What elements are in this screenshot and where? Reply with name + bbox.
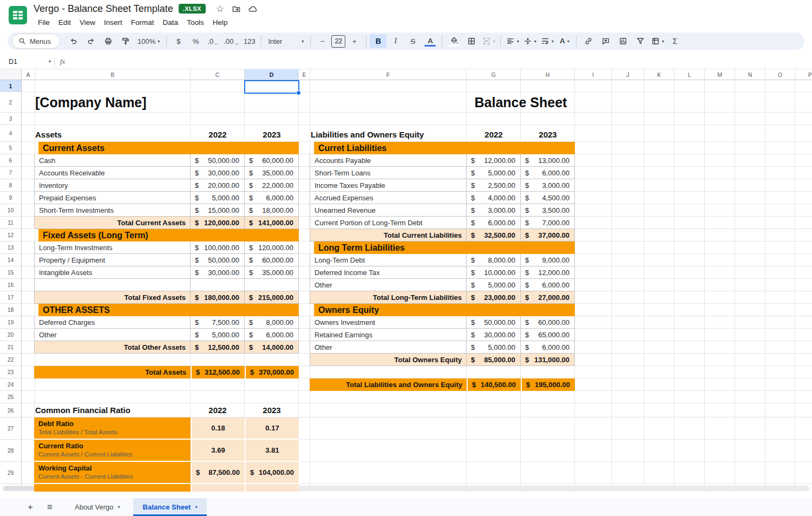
value-cell-2022[interactable]: $180,000.00 bbox=[191, 291, 245, 304]
ratio-value-cell[interactable] bbox=[191, 484, 245, 492]
item-label-cell[interactable]: Other bbox=[34, 329, 191, 341]
ratio-value-cell[interactable]: $87,500.00 bbox=[191, 462, 245, 483]
item-label-cell[interactable]: Retained Earnings bbox=[310, 329, 467, 341]
redo-button[interactable] bbox=[82, 34, 99, 48]
col-header-N[interactable]: N bbox=[735, 69, 765, 80]
add-sheet-button[interactable]: + bbox=[23, 500, 38, 515]
value-cell-2023[interactable]: $12,000.00 bbox=[521, 266, 575, 279]
row-header-29[interactable]: 29 bbox=[0, 462, 22, 484]
value-cell-2022[interactable]: $30,000.00 bbox=[191, 266, 245, 279]
tab-about-vergo[interactable]: About Vergo ▾ bbox=[65, 498, 130, 516]
row-header-15[interactable]: 15 bbox=[0, 266, 22, 279]
spreadsheet-grid[interactable]: [Company Name]Balance SheetAssets2022202… bbox=[22, 80, 812, 492]
item-label-cell[interactable]: Inventory bbox=[34, 179, 191, 192]
col-header-F[interactable]: F bbox=[310, 69, 467, 80]
col-header-H[interactable]: H bbox=[521, 69, 575, 80]
value-cell-2022[interactable] bbox=[191, 279, 245, 291]
col-header-K[interactable]: K bbox=[644, 69, 675, 80]
insert-link-button[interactable] bbox=[580, 34, 597, 48]
row-header-16[interactable]: 16 bbox=[0, 279, 22, 291]
row-header-17[interactable]: 17 bbox=[0, 291, 22, 304]
paint-format-button[interactable] bbox=[117, 34, 134, 48]
row-header-20[interactable]: 20 bbox=[0, 329, 22, 341]
row-header-2[interactable]: 2 bbox=[0, 92, 22, 113]
value-cell-2023[interactable]: $6,000.00 bbox=[245, 192, 299, 204]
menu-file[interactable]: File bbox=[34, 17, 54, 28]
value-cell-2022[interactable]: $8,000.00 bbox=[467, 254, 521, 266]
col-header-G[interactable]: G bbox=[467, 69, 521, 80]
value-cell-2022[interactable]: $5,000.00 bbox=[467, 279, 521, 291]
value-cell-2022[interactable]: $50,000.00 bbox=[191, 154, 245, 167]
ratio-label-cell[interactable]: Assets-to-Equity Ratio bbox=[34, 484, 191, 492]
row-header-1[interactable]: 1 bbox=[0, 80, 22, 92]
format-percent-button[interactable]: % bbox=[187, 34, 204, 48]
formula-input[interactable] bbox=[71, 54, 812, 69]
item-label-cell[interactable]: Prepaid Expenses bbox=[34, 192, 191, 204]
font-select[interactable]: Inter▾ bbox=[265, 34, 307, 48]
text-color-button[interactable]: A bbox=[422, 34, 438, 48]
value-cell-2022[interactable]: $85,000.00 bbox=[467, 354, 521, 366]
italic-button[interactable]: I bbox=[387, 34, 404, 48]
value-cell-2023[interactable]: $6,000.00 bbox=[245, 329, 299, 341]
value-cell-2022[interactable]: $5,000.00 bbox=[191, 329, 245, 341]
document-title[interactable]: Vergo - Balance Sheet Template bbox=[34, 3, 173, 15]
item-label-cell[interactable]: Deferred Income Tax bbox=[310, 266, 467, 279]
section-band[interactable]: Long Term Liabilities bbox=[314, 241, 575, 254]
row-header-18[interactable]: 18 bbox=[0, 304, 22, 316]
item-label-cell[interactable]: Deferred Charges bbox=[34, 316, 191, 329]
undo-button[interactable] bbox=[65, 34, 82, 48]
section-band[interactable]: Curret Liabilities bbox=[314, 142, 575, 154]
ratio-value-cell[interactable] bbox=[245, 484, 299, 492]
total-label-cell[interactable]: Total Long-Term Liabilities bbox=[310, 291, 467, 304]
value-cell-2022[interactable]: $50,000.00 bbox=[467, 316, 521, 329]
row-header-21[interactable]: 21 bbox=[0, 341, 22, 354]
sheets-logo[interactable] bbox=[9, 6, 27, 24]
total-label-cell[interactable]: Total Fixed Assets bbox=[34, 291, 191, 304]
row-header-14[interactable]: 14 bbox=[0, 254, 22, 266]
move-folder-icon[interactable] bbox=[230, 2, 244, 16]
grand-total-value-cell[interactable]: $195,000.00 bbox=[521, 378, 575, 391]
filter-button[interactable] bbox=[632, 34, 649, 48]
total-label-cell[interactable]: Total Other Assets bbox=[34, 341, 191, 354]
value-cell-2023[interactable]: $60,000.00 bbox=[521, 316, 575, 329]
value-cell-2023[interactable]: $9,000.00 bbox=[521, 254, 575, 266]
grand-total-label-cell[interactable]: Total Assets bbox=[34, 366, 191, 378]
value-cell-2022[interactable]: $5,000.00 bbox=[467, 341, 521, 354]
row-header-6[interactable]: 6 bbox=[0, 154, 22, 167]
value-cell-2022[interactable]: $120,000.00 bbox=[191, 217, 245, 229]
borders-button[interactable] bbox=[463, 34, 480, 48]
ratio-value-cell[interactable]: 3.69 bbox=[191, 440, 245, 461]
value-cell-2022[interactable]: $50,000.00 bbox=[191, 254, 245, 266]
col-header-C[interactable]: C bbox=[191, 69, 245, 80]
item-label-cell[interactable]: Income Taxes Payable bbox=[310, 179, 467, 192]
row-header-13[interactable]: 13 bbox=[0, 241, 22, 254]
row-header-25[interactable]: 25 bbox=[0, 391, 22, 403]
value-cell-2022[interactable]: $5,000.00 bbox=[191, 192, 245, 204]
value-cell-2022[interactable]: $15,000.00 bbox=[191, 204, 245, 217]
ratio-label-cell[interactable]: Debt RatioTotal Liabilities / Total Asse… bbox=[34, 417, 191, 439]
value-cell-2022[interactable]: $5,000.00 bbox=[467, 167, 521, 179]
row-header-5[interactable]: 5 bbox=[0, 142, 22, 154]
row-header-28[interactable]: 28 bbox=[0, 440, 22, 462]
item-label-cell[interactable]: Owners Investment bbox=[310, 316, 467, 329]
total-label-cell[interactable]: Total Current Assets bbox=[34, 217, 191, 229]
value-cell-2022[interactable]: $30,000.00 bbox=[467, 329, 521, 341]
row-header-12[interactable]: 12 bbox=[0, 229, 22, 241]
print-button[interactable] bbox=[100, 34, 116, 48]
increase-font-size-button[interactable]: + bbox=[346, 34, 363, 48]
menus-search-button[interactable]: Menus bbox=[12, 34, 60, 49]
ratio-value-cell[interactable]: 0.18 bbox=[191, 417, 245, 439]
value-cell-2022[interactable]: $30,000.00 bbox=[191, 167, 245, 179]
row-header-3[interactable]: 3 bbox=[0, 113, 22, 125]
value-cell-2023[interactable]: $37,000.00 bbox=[521, 229, 575, 241]
col-header-L[interactable]: L bbox=[675, 69, 705, 80]
item-label-cell[interactable]: Cash bbox=[34, 154, 191, 167]
col-header-I[interactable]: I bbox=[575, 69, 612, 80]
pivot-table-button[interactable]: ▾ bbox=[649, 34, 666, 48]
item-label-cell[interactable]: Current Portion of Long-Term Debt bbox=[310, 217, 467, 229]
row-header-27[interactable]: 27 bbox=[0, 417, 22, 440]
increase-decimal-button[interactable]: .00→ bbox=[222, 34, 240, 48]
item-label-cell[interactable] bbox=[34, 279, 191, 291]
row-header-22[interactable]: 22 bbox=[0, 354, 22, 366]
value-cell-2023[interactable]: $6,000.00 bbox=[521, 167, 575, 179]
